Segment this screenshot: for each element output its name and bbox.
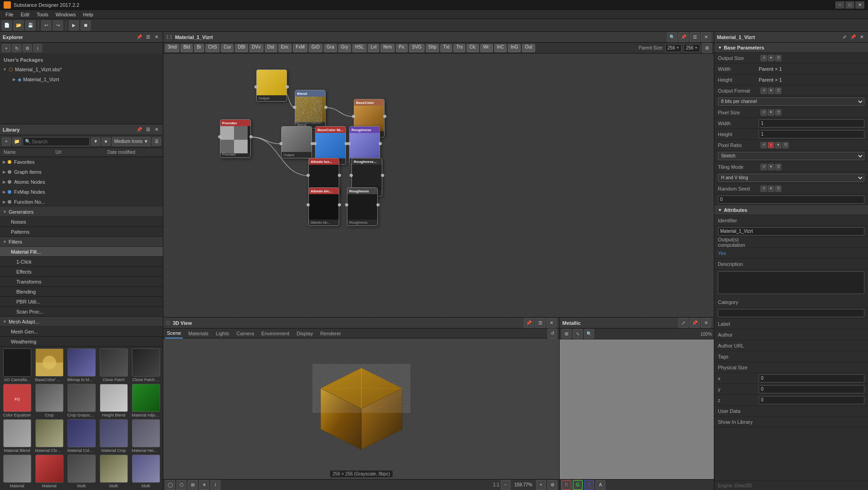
thumbnail-item[interactable]: Material Blend xyxy=(2,419,32,453)
node-output-connector[interactable] xyxy=(249,135,253,138)
node-type-shp[interactable]: Shp xyxy=(426,44,439,52)
stretch-select[interactable]: Stretch Square xyxy=(718,152,864,160)
thumbnail-item[interactable]: Multi xyxy=(98,455,129,488)
node-type-txt[interactable]: Txt xyxy=(440,44,452,52)
node-type-bld[interactable]: Bld xyxy=(180,44,192,52)
tab-display[interactable]: Display xyxy=(295,328,315,338)
node-type-lvl[interactable]: Lvl xyxy=(368,44,379,52)
explorer-menu-icon[interactable]: ☰ xyxy=(144,34,151,41)
node-input-connector[interactable] xyxy=(307,174,310,177)
minimize-button[interactable]: − xyxy=(835,1,844,9)
node-output-connector[interactable] xyxy=(376,203,380,206)
random-seed-menu-icon[interactable]: ☰ xyxy=(775,186,781,192)
graph-size-button[interactable]: ⊞ xyxy=(702,43,712,53)
sidebar-item-mesh-adapt[interactable]: ▼ Mesh Adapt... xyxy=(0,317,163,327)
thumbnail-item[interactable]: Crop Grayscale xyxy=(66,384,97,417)
view3d-sphere-button[interactable]: ◯ xyxy=(165,480,175,490)
physical-z-input[interactable] xyxy=(759,396,864,404)
node-output-connector[interactable] xyxy=(338,203,341,206)
tiling-arrow-icon[interactable]: ▼ xyxy=(768,164,774,170)
output-size-reset-icon[interactable]: ↺ xyxy=(761,55,767,61)
metallic-canvas[interactable] xyxy=(560,339,714,479)
format-select[interactable]: 8 bits per channel 16 bits per channel 3… xyxy=(718,98,864,106)
node-output-connector[interactable] xyxy=(338,174,341,177)
thumbnail-item[interactable]: Material Clone... xyxy=(34,419,64,453)
graph-canvas[interactable]: OutputBlendBlendBaseColorBaseColorPrerol… xyxy=(163,54,714,317)
sidebar-item-material-filters[interactable]: Material Filt... xyxy=(0,247,163,257)
thumbnail-item[interactable]: Material Crop xyxy=(98,419,129,453)
node-type-em[interactable]: Em: xyxy=(278,44,292,52)
node-type-cur[interactable]: Cur xyxy=(221,44,234,52)
menu-tools[interactable]: Tools xyxy=(33,10,52,19)
view3d-info-button[interactable]: i xyxy=(210,480,220,490)
sidebar-item-favorites[interactable]: ▶ Favorites xyxy=(0,157,163,167)
explorer-close-icon[interactable]: ✕ xyxy=(153,34,160,41)
metallic-r-button[interactable]: R xyxy=(561,480,571,490)
sidebar-item-blending[interactable]: Blending xyxy=(0,287,163,297)
lib-add-button[interactable]: + xyxy=(2,137,11,146)
output-format-arrow-icon[interactable]: ▼ xyxy=(768,88,774,94)
exp-info-button[interactable]: i xyxy=(33,44,42,52)
graph-pin-button[interactable]: 📌 xyxy=(678,32,688,42)
thumbnail-item[interactable]: AO Cancella... xyxy=(2,348,32,382)
library-menu-icon[interactable]: ☰ xyxy=(144,126,151,133)
node-type-nrm[interactable]: Nrm xyxy=(380,44,395,52)
maximize-button[interactable]: □ xyxy=(845,1,854,9)
node-type-inc[interactable]: InC xyxy=(494,44,507,52)
output-size-arrow-icon[interactable]: ▼ xyxy=(768,55,774,61)
node-type-gra[interactable]: Gra xyxy=(324,44,337,52)
sidebar-item-pbr[interactable]: PBR Utili... xyxy=(0,297,163,307)
sidebar-item-patterns[interactable]: Patterns xyxy=(0,227,163,237)
search-input[interactable] xyxy=(32,139,88,144)
metallic-expand-button[interactable]: ⤢ xyxy=(678,318,688,328)
graph-magnify-button[interactable]: 🔍 xyxy=(667,32,677,42)
tab-environment[interactable]: Environment xyxy=(259,328,291,338)
props-pin-icon[interactable]: 📌 xyxy=(849,34,857,41)
sidebar-item-filters[interactable]: ▼ Filters xyxy=(0,237,163,247)
tab-materials[interactable]: Materials xyxy=(186,328,210,338)
base-parameters-section[interactable]: ▼ Base Parameters xyxy=(714,43,868,53)
node-type-dst[interactable]: Dst xyxy=(265,44,277,52)
new-button[interactable]: 📄 xyxy=(2,20,12,30)
size-dropdown[interactable]: 256 ▼ xyxy=(683,44,700,52)
library-pin-icon[interactable]: 📌 xyxy=(136,126,143,133)
view-selector[interactable]: Medium Icons ▼ xyxy=(112,137,151,146)
pixel-size-reset-icon[interactable]: ↺ xyxy=(761,109,767,116)
menu-edit[interactable]: Edit xyxy=(17,10,33,19)
tab-camera[interactable]: Camera xyxy=(234,328,256,338)
view3d-pin-button[interactable]: 📌 xyxy=(524,318,534,328)
node-type-ing[interactable]: InG xyxy=(508,44,521,52)
open-button[interactable]: 📂 xyxy=(14,20,24,30)
pixel-ratio-arrow-icon[interactable]: ▼ xyxy=(775,142,781,148)
node-type-out[interactable]: Out xyxy=(522,44,535,52)
metallic-zoom-button[interactable]: 🔍 xyxy=(584,329,594,339)
sidebar-item-transforms[interactable]: Transforms xyxy=(0,277,163,287)
thumbnail-item[interactable]: Material Color ... xyxy=(66,419,97,453)
thumbnail-item[interactable]: Multi xyxy=(131,455,161,488)
menu-file[interactable]: File xyxy=(2,10,17,19)
lib-filter-button[interactable]: ▼ xyxy=(91,137,100,146)
view3d-menu-button[interactable]: ☰ xyxy=(535,318,545,328)
graph-close-button[interactable]: ✕ xyxy=(701,32,711,42)
graph-menu-button[interactable]: ☰ xyxy=(690,32,700,42)
tab-scene[interactable]: Scene xyxy=(165,328,183,338)
node-type-trs[interactable]: Trs xyxy=(454,44,465,52)
tab-renderer[interactable]: Renderer xyxy=(318,328,343,338)
node-type-hsl[interactable]: HSL xyxy=(352,44,366,52)
node-input-connector[interactable] xyxy=(218,135,221,138)
metallic-checker-button[interactable]: ⊞ xyxy=(561,329,571,339)
view3d-cube-button[interactable]: ⬡ xyxy=(176,480,186,490)
tiling-reset-icon[interactable]: ↺ xyxy=(761,164,767,170)
node-type-dvv[interactable]: DVv xyxy=(249,44,263,52)
category-input[interactable] xyxy=(718,309,864,317)
props-expand-icon[interactable]: ⤢ xyxy=(841,34,848,41)
tab-lights[interactable]: Lights xyxy=(214,328,231,338)
tiling-select[interactable]: H and V tiling No tiling H tiling V tili… xyxy=(718,174,864,182)
sidebar-item-function[interactable]: ▶ Function No... xyxy=(0,197,163,207)
sidebar-item-weathering[interactable]: Weathering xyxy=(0,337,163,347)
node-type-px[interactable]: Px: xyxy=(396,44,408,52)
pixel-ratio-reset-icon[interactable]: ↺ xyxy=(761,142,767,148)
thumbnail-item[interactable]: BaseColor/ Metallic/... xyxy=(34,348,64,382)
metallic-fit-button[interactable]: ⤡ xyxy=(573,329,583,339)
sidebar-item-effects[interactable]: Effects xyxy=(0,267,163,277)
